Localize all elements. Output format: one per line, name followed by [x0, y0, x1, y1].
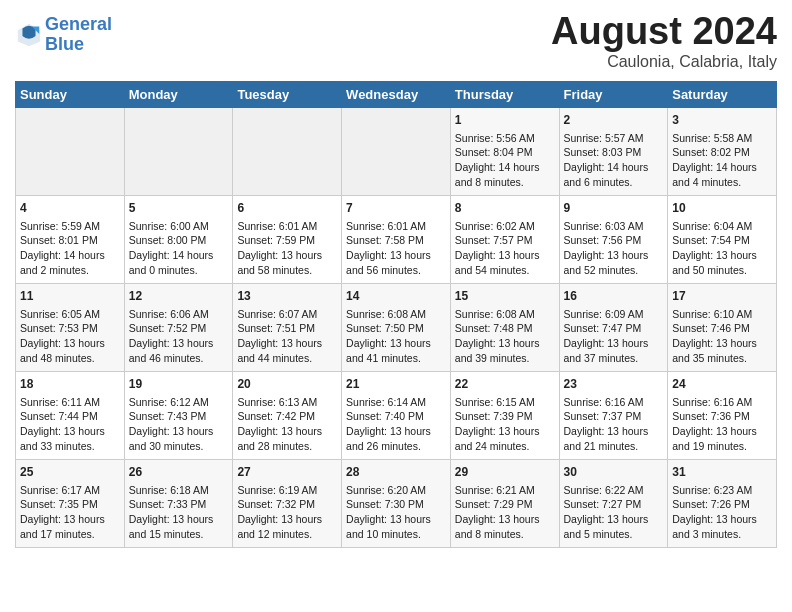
col-header-monday: Monday — [124, 82, 233, 108]
day-info: Sunrise: 6:16 AM — [564, 395, 664, 410]
calendar-cell: 24Sunrise: 6:16 AMSunset: 7:36 PMDayligh… — [668, 372, 777, 460]
day-number: 22 — [455, 376, 555, 393]
day-info: Daylight: 13 hours — [129, 424, 229, 439]
day-info: and 24 minutes. — [455, 439, 555, 454]
day-info: Daylight: 14 hours — [564, 160, 664, 175]
header: General Blue August 2024 Caulonia, Calab… — [15, 10, 777, 71]
day-info: Sunrise: 6:04 AM — [672, 219, 772, 234]
day-info: Daylight: 14 hours — [20, 248, 120, 263]
day-info: Daylight: 13 hours — [672, 424, 772, 439]
day-info: and 19 minutes. — [672, 439, 772, 454]
day-info: Daylight: 13 hours — [672, 512, 772, 527]
day-number: 8 — [455, 200, 555, 217]
header-row: SundayMondayTuesdayWednesdayThursdayFrid… — [16, 82, 777, 108]
day-number: 5 — [129, 200, 229, 217]
day-info: Daylight: 13 hours — [237, 424, 337, 439]
day-number: 18 — [20, 376, 120, 393]
week-row-5: 25Sunrise: 6:17 AMSunset: 7:35 PMDayligh… — [16, 460, 777, 548]
main-title: August 2024 — [551, 10, 777, 53]
day-info: Sunrise: 6:10 AM — [672, 307, 772, 322]
day-info: Daylight: 13 hours — [455, 248, 555, 263]
day-number: 27 — [237, 464, 337, 481]
calendar-cell: 9Sunrise: 6:03 AMSunset: 7:56 PMDaylight… — [559, 196, 668, 284]
calendar-cell: 12Sunrise: 6:06 AMSunset: 7:52 PMDayligh… — [124, 284, 233, 372]
day-info: Sunrise: 6:09 AM — [564, 307, 664, 322]
day-info: Sunset: 7:35 PM — [20, 497, 120, 512]
col-header-tuesday: Tuesday — [233, 82, 342, 108]
day-info: Daylight: 13 hours — [237, 512, 337, 527]
day-info: Daylight: 13 hours — [672, 336, 772, 351]
col-header-friday: Friday — [559, 82, 668, 108]
calendar-cell: 29Sunrise: 6:21 AMSunset: 7:29 PMDayligh… — [450, 460, 559, 548]
day-info: Sunset: 7:42 PM — [237, 409, 337, 424]
day-info: Daylight: 13 hours — [455, 424, 555, 439]
day-info: and 15 minutes. — [129, 527, 229, 542]
day-info: and 0 minutes. — [129, 263, 229, 278]
calendar-cell: 13Sunrise: 6:07 AMSunset: 7:51 PMDayligh… — [233, 284, 342, 372]
day-info: and 26 minutes. — [346, 439, 446, 454]
day-info: Daylight: 13 hours — [346, 336, 446, 351]
day-info: Sunrise: 6:11 AM — [20, 395, 120, 410]
day-number: 6 — [237, 200, 337, 217]
day-info: Sunset: 7:59 PM — [237, 233, 337, 248]
day-number: 4 — [20, 200, 120, 217]
day-info: Sunrise: 6:16 AM — [672, 395, 772, 410]
day-info: Sunrise: 6:05 AM — [20, 307, 120, 322]
calendar-cell: 27Sunrise: 6:19 AMSunset: 7:32 PMDayligh… — [233, 460, 342, 548]
day-number: 20 — [237, 376, 337, 393]
day-info: and 21 minutes. — [564, 439, 664, 454]
day-info: Daylight: 13 hours — [564, 512, 664, 527]
day-info: Sunset: 7:26 PM — [672, 497, 772, 512]
calendar-cell: 22Sunrise: 6:15 AMSunset: 7:39 PMDayligh… — [450, 372, 559, 460]
calendar-cell: 7Sunrise: 6:01 AMSunset: 7:58 PMDaylight… — [342, 196, 451, 284]
calendar-table: SundayMondayTuesdayWednesdayThursdayFrid… — [15, 81, 777, 548]
day-info: Daylight: 13 hours — [237, 248, 337, 263]
day-info: Sunrise: 6:13 AM — [237, 395, 337, 410]
day-info: Daylight: 14 hours — [672, 160, 772, 175]
week-row-4: 18Sunrise: 6:11 AMSunset: 7:44 PMDayligh… — [16, 372, 777, 460]
day-info: Sunset: 7:29 PM — [455, 497, 555, 512]
day-info: Daylight: 14 hours — [455, 160, 555, 175]
day-info: Sunset: 7:27 PM — [564, 497, 664, 512]
day-number: 21 — [346, 376, 446, 393]
day-info: Sunset: 7:40 PM — [346, 409, 446, 424]
day-number: 23 — [564, 376, 664, 393]
day-info: Sunset: 8:02 PM — [672, 145, 772, 160]
calendar-cell — [16, 108, 125, 196]
day-info: Sunrise: 6:22 AM — [564, 483, 664, 498]
day-number: 30 — [564, 464, 664, 481]
day-number: 31 — [672, 464, 772, 481]
day-info: Sunset: 7:37 PM — [564, 409, 664, 424]
day-number: 1 — [455, 112, 555, 129]
day-info: Sunset: 7:44 PM — [20, 409, 120, 424]
day-info: and 28 minutes. — [237, 439, 337, 454]
day-info: Sunrise: 6:20 AM — [346, 483, 446, 498]
day-info: Sunset: 7:57 PM — [455, 233, 555, 248]
calendar-cell: 21Sunrise: 6:14 AMSunset: 7:40 PMDayligh… — [342, 372, 451, 460]
logo-line2: Blue — [45, 34, 84, 54]
day-info: Sunset: 7:54 PM — [672, 233, 772, 248]
day-info: and 54 minutes. — [455, 263, 555, 278]
calendar-cell: 19Sunrise: 6:12 AMSunset: 7:43 PMDayligh… — [124, 372, 233, 460]
day-info: Sunset: 7:39 PM — [455, 409, 555, 424]
day-number: 24 — [672, 376, 772, 393]
day-number: 29 — [455, 464, 555, 481]
day-info: Sunset: 7:56 PM — [564, 233, 664, 248]
day-info: and 39 minutes. — [455, 351, 555, 366]
day-info: and 6 minutes. — [564, 175, 664, 190]
day-info: Sunrise: 6:18 AM — [129, 483, 229, 498]
calendar-cell — [124, 108, 233, 196]
day-info: Sunrise: 6:01 AM — [346, 219, 446, 234]
day-info: Daylight: 14 hours — [129, 248, 229, 263]
day-info: Daylight: 13 hours — [672, 248, 772, 263]
week-row-3: 11Sunrise: 6:05 AMSunset: 7:53 PMDayligh… — [16, 284, 777, 372]
calendar-cell: 15Sunrise: 6:08 AMSunset: 7:48 PMDayligh… — [450, 284, 559, 372]
day-info: Sunset: 7:36 PM — [672, 409, 772, 424]
calendar-cell: 11Sunrise: 6:05 AMSunset: 7:53 PMDayligh… — [16, 284, 125, 372]
day-info: Sunrise: 6:15 AM — [455, 395, 555, 410]
day-number: 10 — [672, 200, 772, 217]
day-info: and 46 minutes. — [129, 351, 229, 366]
calendar-cell: 28Sunrise: 6:20 AMSunset: 7:30 PMDayligh… — [342, 460, 451, 548]
day-info: Sunrise: 6:19 AM — [237, 483, 337, 498]
day-info: Daylight: 13 hours — [20, 424, 120, 439]
